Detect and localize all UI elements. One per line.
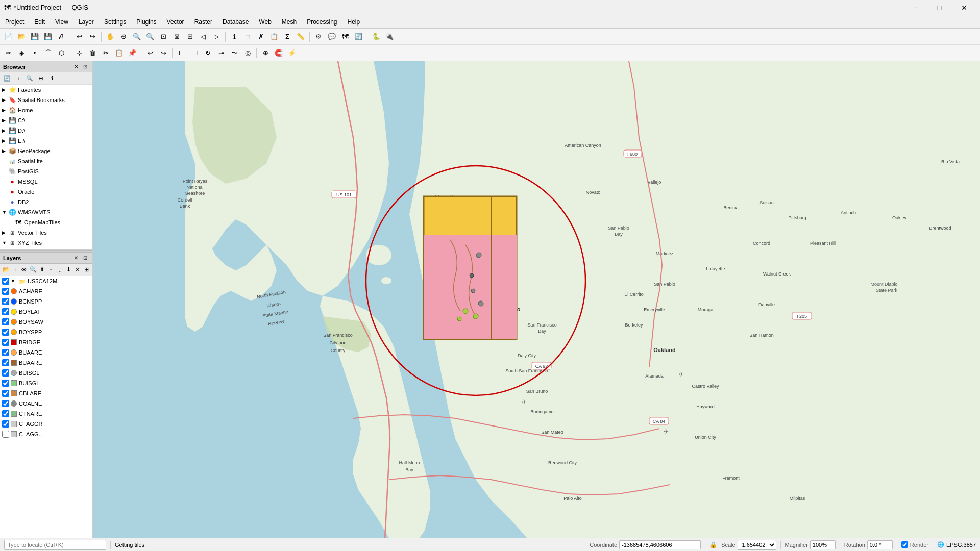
layers-float-button[interactable]: ⊡ [81, 254, 89, 262]
select-button[interactable]: ◻ [241, 31, 254, 43]
zoom-in-button[interactable]: 🔍 [131, 31, 143, 43]
layer-check-boysaw[interactable] [2, 318, 9, 325]
layers-close-button[interactable]: ✕ [72, 254, 80, 262]
browser-filter-button[interactable]: 🔍 [24, 73, 35, 84]
layer-item-c-aggr2[interactable]: C_AGG… [0, 429, 92, 439]
browser-close-button[interactable]: ✕ [72, 63, 80, 71]
menu-settings[interactable]: Settings [99, 15, 131, 28]
browser-collapse-button[interactable]: ⊖ [36, 73, 46, 84]
layers-move-bottom-button[interactable]: ⬇ [65, 265, 72, 275]
print-button[interactable]: 🖨 [55, 31, 67, 43]
layers-filter-button[interactable]: 🔍 [29, 265, 37, 275]
browser-float-button[interactable]: ⊡ [81, 63, 89, 71]
refresh-button[interactable]: 🔄 [352, 31, 364, 43]
menu-raster[interactable]: Raster [189, 15, 217, 28]
add-line-button[interactable]: ⌒ [42, 47, 54, 59]
layer-check-boyspp[interactable] [2, 329, 9, 336]
rotation-input[interactable] [867, 540, 893, 549]
layer-item-boyspp[interactable]: BOYSPP [0, 327, 92, 337]
pan-map-to-selection-button[interactable]: ⊕ [117, 31, 130, 43]
layer-item-us5ca12m[interactable]: ▼ 📁 US5CA12M [0, 276, 92, 286]
layer-item-ctnare[interactable]: CTNARE [0, 409, 92, 419]
split-button[interactable]: ⊢ [175, 47, 187, 59]
close-button[interactable]: ✕ [952, 0, 976, 15]
zoom-to-selection-button[interactable]: ⊠ [170, 31, 183, 43]
layer-item-buaare2[interactable]: BUAARE [0, 358, 92, 368]
zoom-out-button[interactable]: 🔍 [144, 31, 156, 43]
deselect-button[interactable]: ✗ [255, 31, 267, 43]
browser-item-xyz-tiles[interactable]: ▼ ⊞ XYZ Tiles [0, 238, 92, 248]
cut-features-button[interactable]: ✂ [100, 47, 112, 59]
layer-check-us5ca12m[interactable] [2, 278, 9, 285]
maximize-button[interactable]: □ [928, 0, 951, 15]
browser-item-geopackage[interactable]: ▶ 📦 GeoPackage [0, 146, 92, 156]
digitize-button[interactable]: ✏ [2, 47, 14, 59]
browser-item-db2[interactable]: ● DB2 [0, 197, 92, 207]
measure-button[interactable]: 📏 [295, 31, 307, 43]
new-project-button[interactable]: 📄 [2, 31, 14, 43]
magnifier-input[interactable] [810, 540, 836, 549]
layer-check-achare[interactable] [2, 288, 9, 295]
scale-dropdown[interactable]: 1:654402 [738, 540, 776, 550]
menu-edit[interactable]: Edit [29, 15, 50, 28]
menu-mesh[interactable]: Mesh [277, 15, 302, 28]
add-point-button[interactable]: • [29, 47, 41, 59]
map-area[interactable]: US 101 I 680 CA 92 CA 84 I 205 American … [93, 61, 980, 538]
open-project-button[interactable]: 📂 [15, 31, 28, 43]
layer-item-boylat[interactable]: BOYLAT [0, 307, 92, 317]
python-console-button[interactable]: 🐍 [370, 31, 382, 43]
layer-item-bridge[interactable]: BRIDGE [0, 337, 92, 347]
browser-item-vector-tiles[interactable]: ▶ ⊞ Vector Tiles [0, 228, 92, 238]
browser-item-e-drive[interactable]: ▶ 💾 E:\ [0, 136, 92, 146]
layer-actions-button[interactable]: ⚡ [286, 47, 298, 59]
browser-item-postgis[interactable]: 🐘 PostGIS [0, 166, 92, 177]
browser-item-openstreetmap[interactable]: 🗺 OpenStreetMap [0, 248, 92, 249]
browser-item-d-drive[interactable]: ▶ 💾 D:\ [0, 126, 92, 136]
locate-input[interactable] [4, 540, 106, 550]
menu-plugins[interactable]: Plugins [131, 15, 161, 28]
move-feature-button[interactable]: ⊹ [73, 47, 85, 59]
add-polygon-button[interactable]: ⬡ [55, 47, 67, 59]
redo-button[interactable]: ↪ [86, 31, 99, 43]
fill-ring-button[interactable]: ◎ [241, 47, 254, 59]
zoom-last-button[interactable]: ◁ [197, 31, 209, 43]
menu-database[interactable]: Database [217, 15, 254, 28]
new-map-view-button[interactable]: 🗺 [339, 31, 351, 43]
pan-map-button[interactable]: ✋ [104, 31, 116, 43]
layer-item-boysaw[interactable]: BOYSAW [0, 317, 92, 327]
zoom-to-layer-button[interactable]: ⊞ [184, 31, 196, 43]
layers-move-up-button[interactable]: ↑ [47, 265, 55, 275]
layer-check-cblare[interactable] [2, 390, 9, 397]
layer-check-ctnare[interactable] [2, 410, 9, 417]
layer-check-buaare2[interactable] [2, 359, 9, 366]
offset-button[interactable]: ⊸ [215, 47, 227, 59]
layer-item-achare[interactable]: ACHARE [0, 286, 92, 296]
statistics-button[interactable]: Σ [281, 31, 293, 43]
layer-item-buisgl2[interactable]: BUISGL [0, 378, 92, 388]
browser-item-mssql[interactable]: ● MSSQL [0, 177, 92, 187]
browser-item-spatial-bookmarks[interactable]: ▶ 🔖 Spatial Bookmarks [0, 95, 92, 105]
merge-button[interactable]: ⊣ [188, 47, 201, 59]
layers-open-button[interactable]: 📂 [2, 265, 10, 275]
menu-help[interactable]: Help [342, 15, 365, 28]
digitize-advanced-button[interactable]: ⊕ [259, 47, 272, 59]
zoom-next-button[interactable]: ▷ [210, 31, 223, 43]
save-project-button[interactable]: 💾 [29, 31, 41, 43]
redo-edit-button[interactable]: ↪ [157, 47, 169, 59]
menu-view[interactable]: View [50, 15, 74, 28]
layer-item-buaare1[interactable]: BUAARE [0, 347, 92, 358]
layer-check-coalne[interactable] [2, 400, 9, 407]
browser-item-openmaptiles[interactable]: 🗺 OpenMapTiles [0, 217, 92, 228]
layer-check-boylat[interactable] [2, 308, 9, 315]
layer-check-buisgl2[interactable] [2, 380, 9, 387]
browser-item-favorites[interactable]: ▶ ⭐ Favorites [0, 85, 92, 95]
vertex-tool-button[interactable]: ◈ [15, 47, 28, 59]
layer-check-buaare1[interactable] [2, 349, 9, 356]
browser-properties-button[interactable]: ℹ [47, 73, 57, 84]
plugins-button[interactable]: 🔌 [383, 31, 396, 43]
rotate-button[interactable]: ↻ [202, 47, 214, 59]
layer-check-bcnspp[interactable] [2, 298, 9, 305]
layer-item-bcnspp[interactable]: BCNSPP [0, 296, 92, 307]
browser-refresh-button[interactable]: 🔄 [2, 73, 12, 84]
layer-item-buisgl1[interactable]: BUISGL [0, 368, 92, 378]
